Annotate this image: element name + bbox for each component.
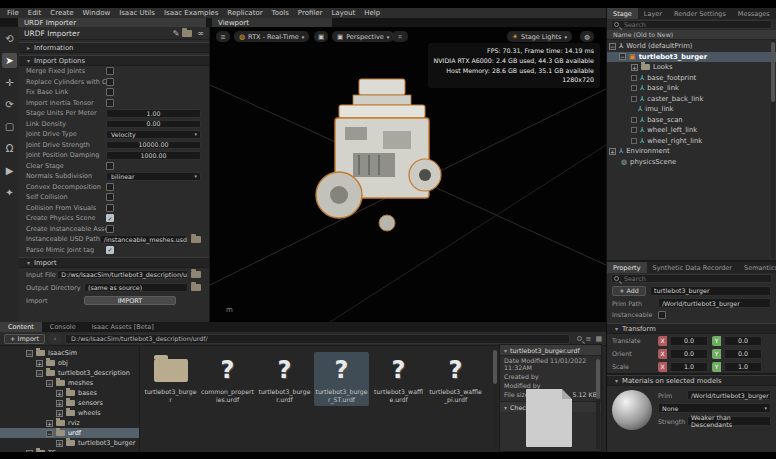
tab-synthetic-data-recorder[interactable]: Synthetic Data Recorder: [647, 262, 738, 273]
visibility-checkbox[interactable]: [631, 127, 637, 133]
visibility-checkbox[interactable]: [631, 75, 637, 81]
edit-icon[interactable]: ✎: [173, 29, 180, 38]
fix-base-link-checkbox[interactable]: [106, 88, 114, 96]
path-field[interactable]: D:/ws/IsaacSim/turtlebot3_description/ur…: [65, 334, 569, 344]
stage-units-field[interactable]: 1.00: [106, 109, 201, 118]
tab-isaac-assets[interactable]: Isaac Assets [Beta]: [84, 322, 162, 332]
material-prim-field[interactable]: /World/turtlebot3_burger: [687, 390, 771, 400]
section-import[interactable]: ▾ Import: [19, 257, 209, 268]
joint-position-damping-field[interactable]: 1000.00: [106, 151, 201, 160]
expand-icon[interactable]: +: [609, 148, 616, 155]
visibility-checkbox[interactable]: [631, 85, 637, 91]
viewport-menu-icon[interactable]: ≡: [216, 31, 230, 42]
tree-row[interactable]: −turtlebot3_description: [0, 368, 139, 378]
menu-help[interactable]: Help: [364, 9, 380, 17]
collapse-icon[interactable]: −: [26, 350, 33, 357]
details-scrollbar[interactable]: [596, 359, 600, 449]
tree-row[interactable]: +sensors: [0, 398, 139, 408]
tab-messages[interactable]: Messages: [732, 8, 776, 19]
scale-x-field[interactable]: 1.0: [671, 362, 708, 372]
tree-row[interactable]: − ⅄ World (defaultPrim): [607, 41, 776, 52]
stage-search-input[interactable]: [611, 20, 772, 29]
tree-row[interactable]: ⅄ wheel_right_link: [607, 136, 776, 147]
menu-window[interactable]: Window: [83, 9, 111, 17]
lightbulb-icon[interactable]: ◍: [580, 31, 594, 42]
menu-layout[interactable]: Layout: [331, 9, 355, 17]
section-information[interactable]: ▸ Information: [19, 42, 209, 53]
camera-icon[interactable]: ▣: [314, 31, 328, 42]
select-tool-icon[interactable]: ➤: [2, 53, 17, 68]
file-item[interactable]: ? turtlebot3_burger.urdf: [257, 352, 312, 406]
import-inertia-checkbox[interactable]: [106, 99, 114, 107]
tab-render-settings[interactable]: Render Settings: [668, 8, 732, 19]
collapse-icon[interactable]: −: [619, 53, 626, 60]
tab-semantics-schema-editor[interactable]: Semantics Schema Editor: [738, 262, 776, 273]
section-materials[interactable]: ▾ Materials on selected models: [607, 375, 776, 386]
file-item[interactable]: ? turtlebot3_waffle_pi.urdf: [428, 352, 483, 406]
property-search-input[interactable]: [611, 274, 772, 283]
tab-urdf-importer[interactable]: URDF Importer: [18, 18, 206, 27]
tree-row[interactable]: ⅄ base_scan: [607, 115, 776, 126]
menu-tools[interactable]: Tools: [272, 9, 289, 17]
grid-view-icon[interactable]: ▦: [595, 335, 602, 343]
visibility-checkbox[interactable]: [631, 138, 637, 144]
grid-scrollbar[interactable]: [493, 348, 497, 448]
viewport-3d[interactable]: ≡ ◍ RTX - Real-Time ▾ ▣ ▣ Perspective ▾ …: [210, 27, 606, 322]
play-button[interactable]: ▶: [2, 163, 17, 178]
tree-row-selected[interactable]: − ▣ turtlebot3_burger: [607, 52, 776, 63]
link-density-field[interactable]: 0.00: [106, 120, 201, 129]
material-select-dropdown[interactable]: None▾: [658, 403, 771, 413]
tree-row[interactable]: +rviz: [0, 418, 139, 428]
merge-fixed-joints-checkbox[interactable]: [106, 67, 114, 75]
back-button[interactable]: ‹: [49, 334, 61, 344]
visibility-checkbox[interactable]: [631, 117, 637, 123]
expand-icon[interactable]: +: [46, 420, 53, 427]
tab-console[interactable]: Console: [42, 322, 84, 332]
convex-decomposition-checkbox[interactable]: [106, 183, 114, 191]
tree-row[interactable]: ◍ physicsScene: [607, 157, 776, 168]
menu-isaac-utils[interactable]: Isaac Utils: [119, 9, 155, 17]
link-icon[interactable]: ∞: [197, 29, 204, 38]
menu-edit[interactable]: Edit: [28, 9, 42, 17]
translate-x-field[interactable]: 0.0: [671, 336, 708, 346]
expand-icon[interactable]: +: [631, 64, 638, 71]
file-item[interactable]: ? turtlebot3_waffle.urdf: [371, 352, 426, 406]
collapse-icon[interactable]: −: [46, 380, 53, 387]
scale-y-field[interactable]: 1.0: [725, 362, 762, 372]
list-view-icon[interactable]: ≡: [586, 335, 592, 343]
stage-column-header[interactable]: Name (Old to New): [607, 30, 776, 40]
import-button[interactable]: IMPORT: [84, 296, 176, 305]
move-tool-icon[interactable]: ✛: [2, 75, 17, 90]
folder-icon[interactable]: [191, 284, 201, 291]
tree-row[interactable]: +bases: [0, 388, 139, 398]
file-item-selected[interactable]: ? turtlebot3_burger_ST.urdf: [314, 352, 369, 406]
self-collision-checkbox[interactable]: [106, 193, 114, 201]
tree-row-selected[interactable]: −urdf: [0, 428, 139, 438]
tab-stage[interactable]: Stage: [607, 8, 638, 19]
menu-create[interactable]: Create: [50, 9, 73, 17]
parse-mimic-joint-checkbox[interactable]: [106, 246, 114, 254]
stage-scrollbar[interactable]: [771, 40, 775, 258]
instanceable-usd-path-field[interactable]: /instanceable_meshes.usd: [100, 235, 188, 244]
create-physics-scene-checkbox[interactable]: [106, 214, 114, 222]
rotate-tool-icon[interactable]: ⟳: [2, 97, 17, 112]
menu-replicator[interactable]: Replicator: [227, 9, 262, 17]
tree-row[interactable]: +obj: [0, 358, 139, 368]
tree-row[interactable]: ⅄ imu_link: [607, 104, 776, 115]
visibility-checkbox[interactable]: [631, 96, 637, 102]
tab-layer[interactable]: Layer: [638, 8, 668, 19]
translate-y-field[interactable]: 0.0: [725, 336, 762, 346]
tree-row[interactable]: ⅄ base_footprint: [607, 73, 776, 84]
search-icon[interactable]: [577, 336, 582, 341]
strength-dropdown[interactable]: Weaker than Descendants: [687, 416, 771, 426]
instanceable-checkbox[interactable]: [658, 311, 666, 319]
folder-icon[interactable]: [191, 271, 201, 278]
stage-lights-dropdown[interactable]: ☀ Stage Lights ▾: [507, 31, 572, 42]
tab-viewport[interactable]: Viewport: [212, 18, 332, 27]
menu-isaac-examples[interactable]: Isaac Examples: [164, 9, 218, 17]
prim-name-field[interactable]: turtlebot3_burger: [650, 286, 771, 296]
expand-icon[interactable]: +: [56, 400, 63, 407]
expand-icon[interactable]: +: [56, 390, 63, 397]
input-file-field[interactable]: D:/ws/IsaacSim/turtlebot3_description/u: [57, 270, 188, 279]
tree-row[interactable]: +wheels: [0, 408, 139, 418]
